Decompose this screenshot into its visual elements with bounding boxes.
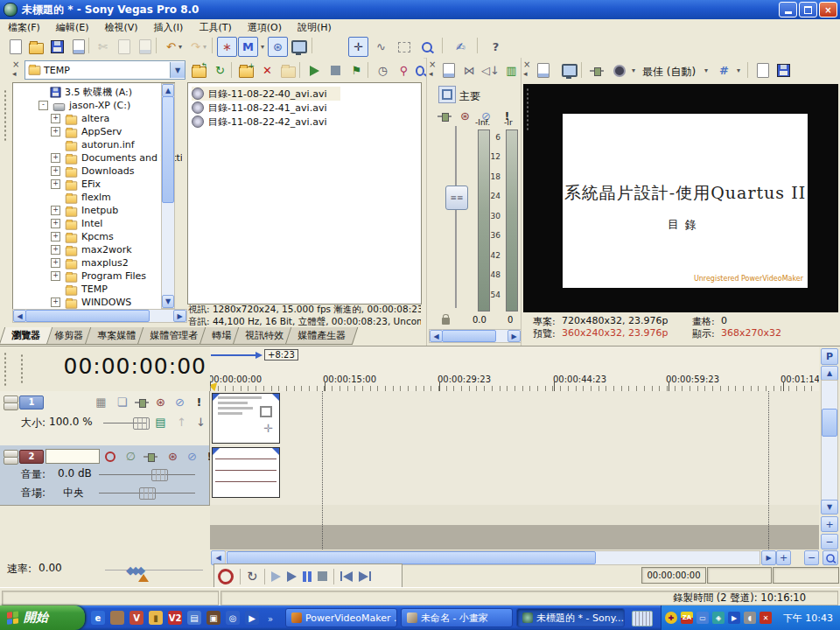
cursor-position-cell[interactable]: 00:00:00:00 — [641, 567, 706, 584]
quicklaunch-media-player-icon[interactable]: ▶ — [245, 611, 259, 625]
favorites-button[interactable] — [278, 60, 298, 80]
audio-track-number[interactable]: 2 — [19, 450, 44, 464]
selection-end-cell[interactable] — [707, 567, 772, 584]
menu-view[interactable]: 檢視(V) — [96, 21, 145, 34]
taskbar-task-paint[interactable]: 未命名 - 小畫家 — [401, 608, 513, 627]
selection-length-cell[interactable] — [773, 567, 839, 584]
restore-button[interactable] — [799, 2, 817, 18]
tree-toggle[interactable]: + — [51, 166, 60, 176]
tree-item[interactable]: -jason-XP (C:) — [12, 99, 130, 112]
quicklaunch-book-icon[interactable]: ▣ — [206, 611, 220, 625]
tree-item-current[interactable]: TEMP — [12, 283, 108, 296]
whats-this-help-button[interactable]: ? — [486, 37, 506, 57]
start-button[interactable]: 開始 — [0, 606, 85, 630]
tree-toggle[interactable]: + — [51, 298, 60, 307]
tree-toggle[interactable]: + — [51, 153, 60, 163]
zoom-in-track-height-button[interactable]: + — [821, 516, 838, 532]
zoom-tool-button[interactable] — [416, 37, 437, 57]
taskbar-task-vegas[interactable]: 未標題的 * - Sony... — [516, 608, 625, 627]
timeline-empty-area[interactable] — [210, 505, 819, 525]
fade-handle[interactable] — [213, 394, 220, 401]
tray-zonealarm-icon[interactable]: ZA — [681, 612, 693, 624]
tree-toggle[interactable]: - — [38, 101, 48, 110]
video-output-icon[interactable] — [590, 66, 604, 75]
menu-tools[interactable]: 工具(T) — [191, 21, 239, 34]
fade-handle[interactable] — [272, 448, 279, 455]
properties-button[interactable] — [68, 37, 88, 57]
snap-toggle-button[interactable]: ∗ — [217, 37, 237, 57]
quicklaunch-desktop-icon[interactable] — [110, 611, 124, 625]
preview-quality-label[interactable]: 最佳 (自動) — [642, 65, 696, 80]
fade-handle[interactable] — [272, 394, 279, 401]
fade-handle[interactable] — [213, 448, 220, 455]
loop-playback-button[interactable]: ↻ — [247, 569, 258, 584]
quicklaunch-app-icon-1[interactable]: V — [130, 611, 144, 625]
stop-button[interactable] — [318, 571, 327, 581]
bypass-motion-blur-icon[interactable]: ▦ — [91, 392, 111, 412]
save-snapshot-button[interactable] — [774, 60, 794, 80]
timeline-below-tracks[interactable] — [210, 525, 819, 550]
track-bus-icon[interactable] — [144, 452, 158, 461]
preview-quality-dropdown[interactable]: ▾ — [701, 60, 711, 80]
play-from-start-button[interactable] — [271, 571, 281, 582]
dim-output-button[interactable]: ◁↓ — [480, 60, 500, 80]
scroll-right-button[interactable]: ▶ — [761, 550, 776, 565]
tab-explorer[interactable]: 瀏覽器 — [0, 327, 52, 345]
tree-horizontal-scrollbar[interactable]: ◀ ▶ — [12, 309, 187, 323]
envelope-tool-button[interactable]: ∿ — [371, 37, 391, 57]
panel-grip[interactable] — [3, 89, 8, 142]
auto-ripple-button[interactable]: M — [238, 37, 258, 57]
tree-toggle[interactable]: + — [51, 271, 60, 281]
selection-tool-button[interactable] — [394, 37, 414, 57]
menu-edit[interactable]: 編輯(E) — [48, 21, 97, 34]
tree-item[interactable]: +max2work — [12, 243, 132, 256]
panel-close-icon[interactable]: × — [429, 60, 436, 69]
normal-edit-tool-button[interactable]: ✛ — [348, 37, 368, 57]
minimize-button[interactable] — [779, 2, 797, 18]
timeline-grip-2[interactable] — [19, 354, 24, 385]
tree-toggle[interactable]: + — [51, 258, 60, 268]
tree-toggle[interactable]: + — [51, 114, 60, 123]
tray-antivirus-icon[interactable]: ✚ — [665, 612, 677, 624]
panel-close-icon[interactable]: × — [523, 60, 530, 69]
zoom-in-time-button[interactable]: + — [776, 550, 791, 565]
tree-item[interactable]: 3.5 軟碟機 (A:) — [12, 86, 132, 99]
mixer-properties-button[interactable] — [438, 60, 458, 80]
tree-toggle[interactable]: + — [51, 219, 60, 228]
event-fx-icon[interactable]: ✛ — [263, 422, 273, 435]
master-bus-icon[interactable] — [438, 86, 456, 103]
size-slider-handle[interactable] — [133, 417, 150, 430]
size-slider[interactable] — [103, 423, 147, 424]
event-pan-crop-icon[interactable] — [260, 406, 272, 417]
save-button[interactable] — [47, 37, 67, 57]
video-track-header[interactable]: 1 ▦ ❏ ⊛ ⊘ ! 大小: 100.0 % ▤ ↑ ↓ — [0, 391, 210, 446]
quicklaunch-folder-icon[interactable]: ▮ — [149, 611, 163, 625]
undo-dropdown[interactable]: ▾ — [175, 37, 186, 57]
project-properties-button[interactable] — [533, 60, 553, 80]
ignore-grouping-button[interactable] — [289, 37, 309, 57]
go-to-end-button[interactable] — [359, 571, 371, 582]
tray-media-player-icon[interactable]: ▶ — [728, 612, 740, 624]
timecode-display[interactable]: 00:00:00:00 — [35, 354, 206, 383]
lock-icon[interactable] — [442, 318, 450, 325]
audio-track-header[interactable]: 2 ∅ ⊛ ⊘ ! 音量: 0.0 dB 音場: 中央 — [0, 445, 210, 506]
delete-button[interactable]: ✕ — [257, 60, 277, 80]
menu-file[interactable]: 檔案(F) — [0, 21, 48, 34]
pan-slider[interactable] — [99, 493, 195, 494]
track-fx-gear-icon[interactable]: ⊛ — [150, 392, 171, 412]
tab-media-generators[interactable]: 媒體產生器 — [285, 327, 358, 345]
stop-preview-button[interactable] — [326, 60, 346, 80]
scrub-track[interactable] — [105, 570, 203, 570]
tree-item[interactable]: +Kpcms — [12, 230, 114, 243]
lock-envelopes-button[interactable]: ⊛ — [268, 37, 288, 57]
file-item[interactable]: 目錄-11-08-22-41_avi.avi — [192, 101, 326, 115]
tree-item[interactable]: +Documents and Settings — [12, 151, 182, 164]
file-item[interactable]: 目錄-11-08-22-42_avi.avi — [192, 115, 326, 129]
quicklaunch-document-icon[interactable]: ▤ — [187, 611, 201, 625]
tree-toggle[interactable]: + — [51, 179, 60, 189]
timeline-vertical-scrollbar[interactable] — [821, 380, 838, 500]
quicklaunch-app-icon-2[interactable]: ◎ — [226, 611, 240, 625]
media-manager-button[interactable]: ⚲ — [394, 60, 414, 80]
panel-pin-icon[interactable]: ◂ — [12, 69, 17, 78]
search-button[interactable] — [415, 60, 425, 80]
